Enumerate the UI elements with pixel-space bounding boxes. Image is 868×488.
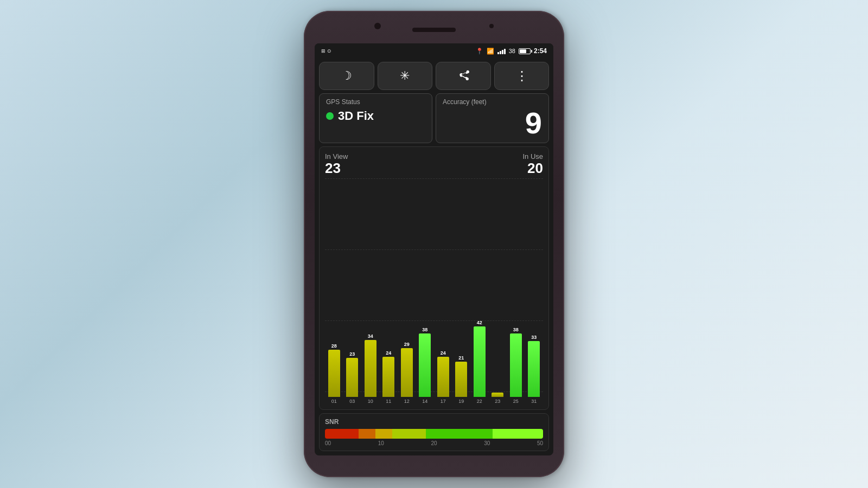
bar-element (492, 393, 503, 397)
satellite-panel: In View 23 In Use 20 28012303341024112 (319, 146, 549, 410)
bar-id-label: 23 (495, 399, 500, 404)
snr-label-20: 20 (431, 440, 437, 446)
in-view-section: In View 23 (325, 152, 348, 176)
battery-fill (520, 49, 526, 53)
bar-id-label: 25 (513, 399, 519, 404)
snr-label-0: 00 (325, 440, 331, 446)
wifi-icon: 📶 (487, 48, 494, 55)
signal-bar-3 (502, 50, 503, 54)
bar-element (328, 350, 340, 397)
bar-group: 2303 (343, 351, 362, 404)
in-view-label: In View (325, 152, 348, 160)
bar-value-label: 42 (477, 320, 482, 325)
phone-screen: ⊞ ⊙ 📍 📶 38 2:54 ☽ (315, 43, 553, 455)
bar-id-label: 12 (404, 399, 410, 404)
bar-element (365, 340, 376, 397)
bar-id-label: 01 (331, 399, 337, 404)
front-camera (374, 23, 381, 29)
bar-id-label: 11 (386, 399, 391, 404)
bar-value-label: 24 (386, 350, 391, 356)
moon-icon: ☽ (341, 69, 352, 83)
star-mode-button[interactable]: ✳ (378, 62, 433, 90)
snr-label-10: 10 (378, 440, 384, 446)
signal-bars (497, 48, 506, 54)
bar-value-label: 33 (531, 335, 537, 340)
satellite-chart: 2801230334102411291238142417211942222338… (325, 178, 543, 404)
bar-group: 3410 (361, 333, 380, 404)
snr-title: SNR (325, 418, 543, 426)
signal-bar-2 (500, 51, 501, 54)
snr-yellow2 (392, 429, 426, 439)
speaker (412, 28, 456, 32)
in-use-label: In Use (522, 152, 543, 160)
signal-bar-1 (497, 52, 499, 54)
bar-group: 2411 (380, 350, 398, 404)
bar-group: 2417 (434, 350, 452, 404)
status-cards: GPS Status 3D Fix Accuracy (feet) 9 (315, 93, 553, 146)
bar-group: 2801 (325, 343, 343, 404)
accuracy-title: Accuracy (feet) (443, 98, 487, 106)
grid-line-1 (325, 178, 543, 179)
accuracy-card: Accuracy (feet) 9 (436, 93, 549, 143)
bar-element (401, 348, 413, 397)
bar-element (528, 341, 540, 397)
bars-container: 2801230334102411291238142417211942222338… (325, 317, 543, 404)
grid-line-2 (325, 249, 543, 250)
time-display: 2:54 (534, 47, 547, 55)
more-icon: ⋮ (515, 68, 528, 84)
battery-icon (519, 48, 531, 54)
gps-status-title: GPS Status (326, 98, 425, 106)
snr-brightgreen (493, 429, 543, 439)
share-icon (457, 69, 469, 84)
bar-group: 3825 (507, 327, 525, 404)
bar-group: 23 (489, 391, 507, 404)
snr-labels: 00 10 20 30 50 (325, 440, 543, 446)
bar-value-label: 23 (349, 351, 355, 357)
snr-green (426, 429, 493, 439)
gps-fix-row: 3D Fix (326, 109, 425, 123)
bar-group: 2119 (452, 355, 471, 404)
bar-element (382, 357, 394, 397)
bar-id-label: 31 (531, 399, 537, 404)
bar-id-label: 10 (368, 399, 373, 404)
bar-value-label: 29 (404, 342, 410, 347)
bar-group: 2912 (398, 342, 416, 404)
snr-bar (325, 429, 543, 439)
bar-id-label: 14 (422, 399, 427, 404)
bar-value-label: 21 (458, 355, 464, 361)
phone-top (304, 11, 564, 43)
snr-orange (359, 429, 375, 439)
night-mode-button[interactable]: ☽ (319, 62, 374, 90)
bar-value-label: 28 (331, 343, 337, 349)
more-menu-button[interactable]: ⋮ (494, 62, 550, 90)
gps-fix-label: 3D Fix (338, 109, 374, 123)
bar-value-label: 38 (513, 327, 519, 332)
bar-element (437, 357, 449, 397)
in-use-section: In Use 20 (522, 152, 543, 176)
location-icon: 📍 (476, 48, 483, 55)
bar-element (419, 333, 431, 397)
status-bar: ⊞ ⊙ 📍 📶 38 2:54 (315, 43, 553, 59)
front-sensor (489, 24, 494, 28)
bar-group: 3814 (416, 327, 435, 404)
bar-value-label: 34 (368, 333, 373, 339)
in-use-count: 20 (527, 160, 543, 176)
status-right-icons: 📍 📶 38 2:54 (476, 47, 547, 55)
bar-id-label: 19 (458, 399, 464, 404)
star-icon: ✳ (400, 69, 410, 83)
in-view-count: 23 (325, 160, 348, 176)
accuracy-value: 9 (525, 108, 542, 138)
toolbar: ☽ ✳ ⋮ (315, 59, 553, 93)
bar-id-label: 03 (349, 399, 355, 404)
bar-element (346, 358, 358, 397)
signal-bar-4 (504, 49, 506, 54)
bar-value-label: 24 (441, 350, 446, 356)
snr-red (325, 429, 342, 439)
app-icon: ⊞ ⊙ (321, 48, 331, 54)
bar-id-label: 17 (441, 399, 446, 404)
share-button[interactable] (436, 62, 491, 90)
gps-fix-indicator (326, 112, 334, 120)
bar-element (455, 362, 467, 397)
snr-label-30: 30 (484, 440, 490, 446)
satellite-header: In View 23 In Use 20 (325, 152, 543, 176)
